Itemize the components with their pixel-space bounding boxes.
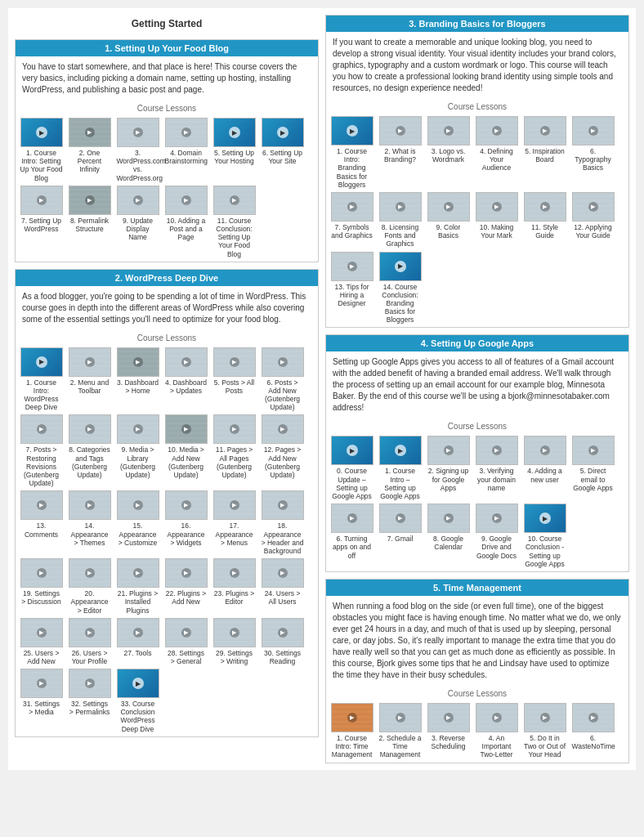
list-item[interactable]: ▶ 33. Course Conclusion WordPress Deep D… xyxy=(115,669,160,733)
list-item[interactable]: ▶ 1. Course Intro – Setting up Google Ap… xyxy=(378,436,423,500)
list-item[interactable]: ▶ 7. Symbols and Graphics xyxy=(329,192,374,248)
list-item[interactable]: ▶ 4. An Important Two-Letter xyxy=(474,703,519,759)
list-item[interactable]: ▶ 6. WasteNoTime xyxy=(570,703,615,759)
lesson-label: 11. Style Guide xyxy=(524,223,566,239)
list-item[interactable]: ▶ 6. Typography Basics xyxy=(570,116,615,189)
list-item[interactable]: ▶ 11. Style Guide xyxy=(522,192,567,248)
lesson-label: 9. Color Basics xyxy=(427,223,470,239)
section-4-desc: Setting up Google Apps gives you access … xyxy=(326,351,628,418)
list-item[interactable]: ▶ 5. Posts > All Posts xyxy=(212,347,257,412)
list-item[interactable]: ▶ 1. Course Intro: Branding Basics for B… xyxy=(329,116,374,189)
list-item[interactable]: ▶ 2. Signing up for Google Apps xyxy=(426,436,471,500)
list-item[interactable]: ▶ 10. Media > Add New (Gutenberg Update) xyxy=(163,414,208,487)
list-item[interactable]: ▶ 1. Course Intro: Time Management xyxy=(329,703,374,759)
section-2-lessons-title: Course Lessons xyxy=(16,330,318,344)
lesson-label: 33. Course Conclusion WordPress Deep Div… xyxy=(117,700,159,733)
lesson-label: 31. Settings > Media xyxy=(20,700,63,716)
list-item[interactable]: ▶ 4. Adding a new user xyxy=(522,436,567,500)
list-item[interactable]: ▶ 11. Pages > All Pages (Gutenberg Updat… xyxy=(212,414,257,487)
list-item[interactable]: ▶ 32. Settings > Permalinks xyxy=(67,669,112,733)
list-item[interactable]: ▶ 1. Course Intro: Setting Up Your Food … xyxy=(19,118,64,182)
list-item[interactable]: ▶ 9. Color Basics xyxy=(426,192,471,248)
list-item[interactable]: ▶ 30. Settings Reading xyxy=(260,618,305,665)
list-item[interactable]: ▶ 4. Domain Brainstorming xyxy=(163,118,208,182)
lesson-label: 7. Symbols and Graphics xyxy=(331,223,373,239)
lesson-label: 12. Applying Your Guide xyxy=(572,223,615,239)
list-item[interactable]: ▶ 10. Course Conclusion - Setting up Goo… xyxy=(522,504,567,568)
section-3-lessons-title: Course Lessons xyxy=(326,99,628,113)
list-item[interactable]: ▶ 3. Logo vs. Wordmark xyxy=(426,116,471,189)
list-item[interactable]: ▶ 17. Appearance > Menus xyxy=(212,490,257,555)
list-item[interactable]: ▶ 6. Turning apps on and off xyxy=(329,504,374,568)
list-item[interactable]: ▶ 29. Settings > Writing xyxy=(212,618,257,665)
list-item[interactable]: ▶ 18. Appearance > Header and Background xyxy=(260,490,305,555)
list-item[interactable]: ▶ 25. Users > Add New xyxy=(19,618,64,665)
list-item[interactable]: ▶ 24. Users > All Users xyxy=(260,558,305,615)
list-item[interactable]: ▶ 4. Defining Your Audience xyxy=(474,116,519,189)
list-item[interactable]: ▶ 12. Applying Your Guide xyxy=(570,192,615,248)
lesson-label: 10. Adding a Post and a Page xyxy=(165,217,208,242)
lesson-label: 29. Settings > Writing xyxy=(213,649,256,665)
list-item[interactable]: ▶ 23. Plugins > Editor xyxy=(212,558,257,615)
list-item[interactable]: ▶ 3. Verifying your domain name xyxy=(474,436,519,500)
list-item[interactable]: ▶ 12. Pages > Add New (Gutenberg Update) xyxy=(260,414,305,487)
list-item[interactable]: ▶ 8. Categories and Tags (Gutenberg Upda… xyxy=(67,414,112,487)
list-item[interactable]: ▶ 14. Appearance > Themes xyxy=(67,490,112,555)
list-item[interactable]: ▶ 5. Direct email to Google Apps xyxy=(570,436,615,500)
list-item[interactable]: ▶ 2. One Percent Infinity xyxy=(67,118,112,182)
section-4-lessons-grid: ▶ 0. Course Update – Setting up Google A… xyxy=(326,432,628,571)
list-item[interactable]: ▶ 2. Schedule a Time Management xyxy=(378,703,423,759)
list-item[interactable]: ▶ 7. Posts > Restoring Revisions (Gutenb… xyxy=(19,414,64,487)
list-item[interactable]: ▶ 27. Tools xyxy=(115,618,160,665)
lesson-label: 1. Course Intro – Setting up Google Apps xyxy=(379,467,422,500)
list-item[interactable]: ▶ 9. Media > Library (Gutenberg Update) xyxy=(115,414,160,487)
list-item[interactable]: ▶ 8. Google Calendar xyxy=(426,504,471,568)
list-item[interactable]: ▶ 26. Users > Your Profile xyxy=(67,618,112,665)
list-item[interactable]: ▶ 14. Course Conclusion: Branding Basics… xyxy=(378,252,423,325)
list-item[interactable]: ▶ 9. Google Drive and Google Docs xyxy=(474,504,519,568)
list-item[interactable]: ▶ 8. Licensing Fonts and Graphics xyxy=(378,192,423,248)
list-item[interactable]: ▶ 5. Setting Up Your Hosting xyxy=(212,118,257,182)
list-item[interactable]: ▶ 10. Adding a Post and a Page xyxy=(163,186,208,258)
list-item[interactable]: ▶ 4. Dashboard > Updates xyxy=(163,347,208,412)
list-item[interactable]: ▶ 6. Setting Up Your Site xyxy=(260,118,305,182)
lesson-label: 10. Media > Add New (Gutenberg Update) xyxy=(165,445,208,479)
list-item[interactable]: ▶ 5. Inspiration Board xyxy=(522,116,567,189)
lesson-label: 1. Course Intro: WordPress Deep Dive xyxy=(20,378,63,412)
list-item[interactable]: ▶ 0. Course Update – Setting up Google A… xyxy=(329,436,374,500)
lesson-label: 6. Posts > Add New (Gutenberg Update) xyxy=(262,378,304,412)
section-1: 1. Setting Up Your Food Blog You have to… xyxy=(15,39,319,262)
list-item[interactable]: ▶ 20. Appearance > Editor xyxy=(67,558,112,615)
list-item[interactable]: ▶ 1. Course Intro: WordPress Deep Dive xyxy=(19,347,64,412)
list-item[interactable]: ▶ 10. Making Your Mark xyxy=(474,192,519,248)
list-item[interactable]: ▶ 7. Setting Up WordPress xyxy=(19,186,64,258)
lesson-label: 30. Settings Reading xyxy=(262,649,304,665)
list-item[interactable]: ▶ 2. What is Branding? xyxy=(378,116,423,189)
list-item[interactable]: ▶ 9. Update Display Name xyxy=(115,186,160,258)
list-item[interactable]: ▶ 7. Gmail xyxy=(378,504,423,568)
list-item[interactable]: ▶ 3. WordPress.com vs. WordPress.org xyxy=(115,118,160,182)
list-item[interactable]: ▶ 2. Menu and Toolbar xyxy=(67,347,112,412)
list-item[interactable]: ▶ 6. Posts > Add New (Gutenberg Update) xyxy=(260,347,305,412)
section-4: 4. Setting Up Google Apps Setting up Goo… xyxy=(325,334,629,572)
list-item[interactable]: ▶ 15. Appearance > Customize xyxy=(115,490,160,555)
list-item[interactable]: ▶ 22. Plugins > Add New xyxy=(163,558,208,615)
list-item[interactable]: ▶ 31. Settings > Media xyxy=(19,669,64,733)
list-item[interactable]: ▶ 11. Course Conclusion: Setting Up Your… xyxy=(212,186,257,258)
list-item[interactable]: ▶ 3. Reverse Scheduling xyxy=(426,703,471,759)
section-4-title: 4. Setting Up Google Apps xyxy=(326,335,628,351)
section-1-title: 1. Setting Up Your Food Blog xyxy=(16,40,318,56)
list-item[interactable]: ▶ 19. Settings > Discussion xyxy=(19,558,64,615)
lesson-label: 1. Course Intro: Setting Up Your Food Bl… xyxy=(20,149,63,182)
list-item[interactable]: ▶ 13. Tips for Hiring a Designer xyxy=(329,252,374,325)
list-item[interactable]: ▶ 8. Permalink Structure xyxy=(67,186,112,258)
list-item[interactable]: ▶ 5. Do It in Two or Out of Your Head xyxy=(522,703,567,759)
list-item[interactable]: ▶ 13. Comments xyxy=(19,490,64,555)
lesson-label: 2. Schedule a Time Management xyxy=(379,734,422,759)
list-item[interactable]: ▶ 21. Plugins > Installed Plugins xyxy=(115,558,160,615)
list-item[interactable]: ▶ 3. Dashboard > Home xyxy=(115,347,160,412)
section-2-desc: As a food blogger, you're going to be sp… xyxy=(16,286,318,330)
list-item[interactable]: ▶ 16. Appearance > Widgets xyxy=(163,490,208,555)
section-2: 2. WordPress Deep Dive As a food blogger… xyxy=(15,269,319,737)
list-item[interactable]: ▶ 28. Settings > General xyxy=(163,618,208,665)
